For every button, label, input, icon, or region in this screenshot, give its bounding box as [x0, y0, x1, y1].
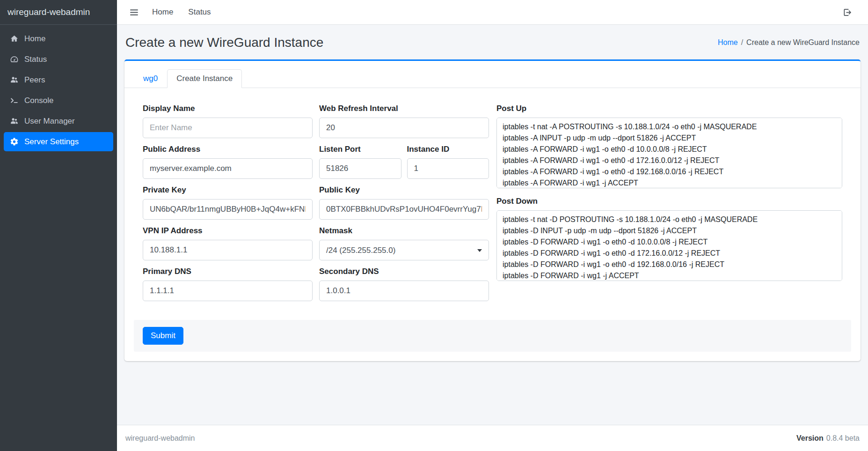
- sidebar-item-home[interactable]: Home: [4, 29, 113, 48]
- netmask-select[interactable]: /24 (255.255.255.0): [319, 240, 489, 260]
- sidebar-item-label: Home: [24, 34, 45, 44]
- home-icon: [9, 34, 19, 43]
- public-key-input[interactable]: [319, 199, 489, 220]
- sidebar-item-server-settings[interactable]: Server Settings: [4, 132, 113, 151]
- field-primary-dns: Primary DNS: [143, 267, 313, 301]
- public-key-label: Public Key: [319, 185, 489, 195]
- breadcrumb-separator: /: [741, 38, 743, 46]
- footer-brand: wireguard-webadmin: [125, 434, 195, 443]
- sidebar-item-label: Server Settings: [24, 137, 79, 147]
- sidebar-brand[interactable]: wireguard-webadmin: [0, 0, 117, 25]
- card-body: Display Name Web Refresh Interval: [124, 88, 861, 361]
- tab-create-instance[interactable]: Create Instance: [167, 69, 242, 88]
- private-key-label: Private Key: [143, 185, 313, 195]
- display-name-label: Display Name: [143, 104, 313, 113]
- field-instance-id: Instance ID: [407, 145, 489, 179]
- primary-dns-label: Primary DNS: [143, 267, 313, 276]
- users-icon: [9, 75, 19, 84]
- vpn-ip-address-input[interactable]: [143, 240, 313, 260]
- field-netmask: Netmask /24 (255.255.255.0): [319, 226, 489, 260]
- logout-button[interactable]: [838, 5, 857, 20]
- sidebar-item-user-manager[interactable]: User Manager: [4, 111, 113, 131]
- field-display-name: Display Name: [143, 104, 313, 138]
- field-listen-port: Listen Port: [319, 145, 401, 179]
- vpn-ip-address-label: VPN IP Address: [143, 226, 313, 236]
- field-web-refresh-interval: Web Refresh Interval: [319, 104, 489, 138]
- web-refresh-interval-label: Web Refresh Interval: [319, 104, 489, 113]
- field-post-up: Post Up iptables -t nat -A POSTROUTING -…: [496, 104, 842, 188]
- gears-icon: [9, 137, 19, 146]
- sidebar-item-label: Status: [24, 55, 47, 64]
- page-footer: wireguard-webadmin Version 0.8.4 beta: [117, 425, 868, 451]
- logout-icon: [842, 7, 852, 17]
- instance-id-label: Instance ID: [407, 145, 489, 154]
- post-up-label: Post Up: [496, 104, 842, 113]
- listen-port-input[interactable]: [319, 158, 401, 179]
- content-wrapper: Create a new WireGuard Instance Home/Cre…: [117, 25, 868, 425]
- sidebar-toggle-button[interactable]: [124, 5, 144, 20]
- form-fields: Display Name Web Refresh Interval: [143, 104, 489, 308]
- instance-tabs: wg0 Create Instance: [124, 61, 861, 88]
- page-header: Create a new WireGuard Instance Home/Cre…: [125, 35, 860, 50]
- breadcrumb-current: Create a new WireGuard Instance: [746, 38, 860, 46]
- display-name-input[interactable]: [143, 118, 313, 138]
- card-footer: Submit: [134, 320, 851, 352]
- field-private-key: Private Key: [143, 185, 313, 220]
- sidebar: wireguard-webadmin Home Status Peers: [0, 0, 117, 451]
- sidebar-item-peers[interactable]: Peers: [4, 70, 113, 89]
- form-scripts: Post Up iptables -t nat -A POSTROUTING -…: [496, 104, 842, 308]
- instance-form: Display Name Web Refresh Interval: [134, 97, 851, 308]
- menu-icon: [129, 7, 139, 17]
- public-address-input[interactable]: [143, 158, 313, 179]
- instance-id-input[interactable]: [407, 158, 489, 179]
- primary-dns-input[interactable]: [143, 281, 313, 301]
- web-refresh-interval-input[interactable]: [319, 118, 489, 138]
- terminal-icon: [9, 96, 19, 105]
- breadcrumb: Home/Create a new WireGuard Instance: [718, 38, 860, 47]
- field-secondary-dns: Secondary DNS: [319, 267, 489, 301]
- private-key-input[interactable]: [143, 199, 313, 220]
- secondary-dns-label: Secondary DNS: [319, 267, 489, 276]
- sidebar-item-label: User Manager: [24, 117, 75, 126]
- page-title: Create a new WireGuard Instance: [125, 35, 323, 50]
- tab-wg0[interactable]: wg0: [134, 69, 167, 88]
- netmask-label: Netmask: [319, 226, 489, 236]
- app-window: wireguard-webadmin Home Status Peers: [0, 0, 868, 451]
- sidebar-item-label: Peers: [24, 75, 45, 85]
- footer-version-value: 0.8.4 beta: [826, 434, 860, 443]
- post-down-label: Post Down: [496, 197, 842, 206]
- listen-port-label: Listen Port: [319, 145, 401, 154]
- field-public-address: Public Address: [143, 145, 313, 179]
- post-down-textarea[interactable]: iptables -t nat -D POSTROUTING -s 10.188…: [496, 210, 842, 281]
- topnav-link-status[interactable]: Status: [182, 5, 217, 20]
- topnav-link-home[interactable]: Home: [146, 5, 180, 20]
- instance-card: wg0 Create Instance Display Name: [124, 59, 861, 361]
- sidebar-item-console[interactable]: Console: [4, 91, 113, 110]
- public-address-label: Public Address: [143, 145, 313, 154]
- footer-version: Version 0.8.4 beta: [796, 434, 860, 443]
- tachometer-icon: [9, 55, 19, 64]
- sidebar-item-label: Console: [24, 96, 53, 105]
- field-port-and-id: Listen Port Instance ID: [319, 145, 489, 179]
- field-vpn-ip-address: VPN IP Address: [143, 226, 313, 260]
- submit-button[interactable]: Submit: [143, 327, 183, 345]
- top-navbar: Home Status: [117, 0, 868, 25]
- footer-version-label: Version: [796, 434, 824, 443]
- post-up-textarea[interactable]: iptables -t nat -A POSTROUTING -s 10.188…: [496, 118, 842, 188]
- sidebar-menu: Home Status Peers Console: [0, 25, 117, 157]
- breadcrumb-home-link[interactable]: Home: [718, 38, 738, 46]
- field-post-down: Post Down iptables -t nat -D POSTROUTING…: [496, 197, 842, 281]
- users-gear-icon: [9, 117, 19, 126]
- field-public-key: Public Key: [319, 185, 489, 220]
- secondary-dns-input[interactable]: [319, 281, 489, 301]
- main-area: Home Status Create a new WireGuard Insta…: [117, 0, 868, 451]
- netmask-select-wrap: /24 (255.255.255.0): [319, 240, 489, 260]
- sidebar-item-status[interactable]: Status: [4, 50, 113, 69]
